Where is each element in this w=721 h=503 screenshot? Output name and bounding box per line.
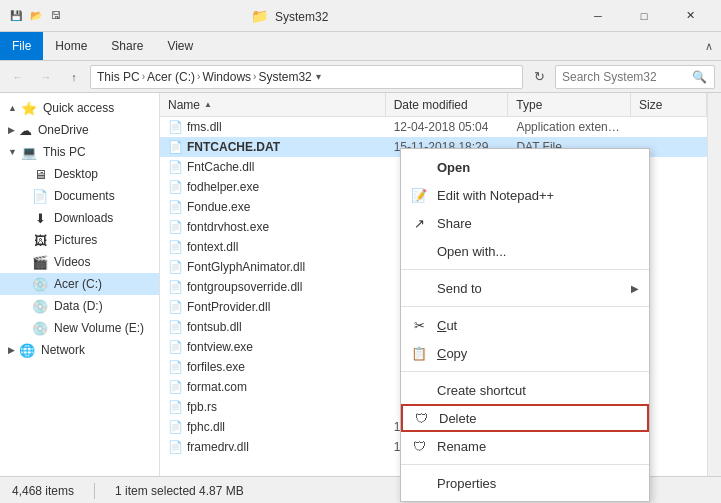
- sidebar-item-thispc[interactable]: ▼ 💻 This PC: [0, 141, 159, 163]
- sidebar-item-desktop[interactable]: 🖥 Desktop: [0, 163, 159, 185]
- col-header-size[interactable]: Size: [631, 93, 707, 116]
- ribbon-collapse-btn[interactable]: ∧: [705, 40, 713, 53]
- path-sep-3: ›: [253, 71, 256, 82]
- sidebar-item-videos[interactable]: 🎬 Videos: [0, 251, 159, 273]
- sidebar-item-network[interactable]: ▶ 🌐 Network: [0, 339, 159, 361]
- search-icon: 🔍: [692, 70, 707, 84]
- table-row[interactable]: 📄 forfiles.exe ...s...: [160, 357, 707, 377]
- table-row[interactable]: 📄 fontgroupsoverride.dll ...s...: [160, 277, 707, 297]
- path-drive: Acer (C:): [147, 70, 195, 84]
- thispc-chevron: ▼: [8, 147, 17, 157]
- file-icon: 📄: [168, 220, 183, 234]
- sidebar-item-documents[interactable]: 📄 Documents: [0, 185, 159, 207]
- main-layout: ▲ ⭐ Quick access ▶ ☁ OneDrive ▼ 💻 This P…: [0, 93, 721, 476]
- file-icon: 📄: [168, 240, 183, 254]
- table-row[interactable]: 📄 Fondue.exe ...s...: [160, 197, 707, 217]
- videos-label: Videos: [54, 255, 90, 269]
- title-bar: 💾 📂 🖫 📁 System32 ─ □ ✕: [0, 0, 721, 32]
- tab-share[interactable]: Share: [99, 32, 155, 60]
- file-list-header: Name ▲ Date modified Type Size: [160, 93, 707, 117]
- file-date: 12-04-2018 05:04: [386, 420, 509, 434]
- file-icon: 📄: [168, 140, 183, 154]
- sort-arrow-name: ▲: [204, 100, 212, 109]
- file-name: fpb.rs: [187, 400, 217, 414]
- file-icon: 📄: [168, 120, 183, 134]
- sidebar-item-quickaccess[interactable]: ▲ ⭐ Quick access: [0, 97, 159, 119]
- status-bar: 4,468 items 1 item selected 4.87 MB: [0, 476, 721, 503]
- forward-button[interactable]: →: [34, 65, 58, 89]
- table-row[interactable]: 📄 fpb.rs ...s...: [160, 397, 707, 417]
- documents-label: Documents: [54, 189, 115, 203]
- table-row[interactable]: 📄 fodhelper.exe ...s...: [160, 177, 707, 197]
- search-input[interactable]: [562, 70, 692, 84]
- sidebar-item-acer[interactable]: 💿 Acer (C:): [0, 273, 159, 295]
- table-row[interactable]: 📄 fontsub.dll ...s...: [160, 317, 707, 337]
- up-button[interactable]: ↑: [62, 65, 86, 89]
- refresh-button[interactable]: ↻: [527, 65, 551, 89]
- file-type: ...s...: [508, 380, 631, 394]
- path-sep-1: ›: [142, 71, 145, 82]
- quickaccess-icon: ⭐: [21, 101, 37, 116]
- file-name: fphc.dll: [187, 420, 225, 434]
- file-date: 12-04-2018: [386, 440, 509, 454]
- table-row[interactable]: 📄 FNTCACHE.DAT 15-11-2018 18:29 DAT File: [160, 137, 707, 157]
- col-header-name[interactable]: Name ▲: [160, 93, 386, 116]
- status-selected-info: 1 item selected 4.87 MB: [115, 484, 244, 498]
- search-box[interactable]: 🔍: [555, 65, 715, 89]
- file-type: ...s...: [508, 360, 631, 374]
- thispc-label: This PC: [43, 145, 86, 159]
- tab-home[interactable]: Home: [43, 32, 99, 60]
- file-date: 12-04-2018 05:04: [386, 120, 509, 134]
- file-type: ...s...: [508, 260, 631, 274]
- file-name: FontGlyphAnimator.dll: [187, 260, 305, 274]
- sidebar-item-downloads[interactable]: ⬇ Downloads: [0, 207, 159, 229]
- file-type: ...s...: [508, 160, 631, 174]
- file-name: format.com: [187, 380, 247, 394]
- table-row[interactable]: 📄 fontext.dll ...s...: [160, 237, 707, 257]
- acer-icon: 💿: [32, 277, 48, 292]
- col-header-type[interactable]: Type: [508, 93, 631, 116]
- back-button[interactable]: ←: [6, 65, 30, 89]
- file-icon: 📄: [168, 320, 183, 334]
- address-path[interactable]: This PC › Acer (C:) › Windows › System32…: [90, 65, 523, 89]
- tab-file[interactable]: File: [0, 32, 43, 60]
- title-bar-controls[interactable]: ─ □ ✕: [575, 0, 713, 32]
- table-row[interactable]: 📄 fphc.dll 12-04-2018 05:04 Application …: [160, 417, 707, 437]
- onedrive-label: OneDrive: [38, 123, 89, 137]
- file-icon: 📄: [168, 160, 183, 174]
- status-item-count: 4,468 items: [12, 484, 74, 498]
- scrollbar-vertical[interactable]: [707, 93, 721, 476]
- table-row[interactable]: 📄 FontProvider.dll ...s...: [160, 297, 707, 317]
- path-chevron: ▾: [316, 71, 321, 82]
- table-row[interactable]: 📄 framedrv.dll 12-04-2018 Application ex…: [160, 437, 707, 457]
- file-type: ...s...: [508, 300, 631, 314]
- file-icon: 📄: [168, 180, 183, 194]
- table-row[interactable]: 📄 fontview.exe ...s...: [160, 337, 707, 357]
- quickaccess-label: Quick access: [43, 101, 114, 115]
- col-header-date[interactable]: Date modified: [386, 93, 509, 116]
- file-icon: 📄: [168, 200, 183, 214]
- tab-view[interactable]: View: [155, 32, 205, 60]
- table-row[interactable]: 📄 fontdrvhost.exe ...s...: [160, 217, 707, 237]
- address-bar: ← → ↑ This PC › Acer (C:) › Windows › Sy…: [0, 61, 721, 93]
- table-row[interactable]: 📄 fms.dll 12-04-2018 05:04 Application e…: [160, 117, 707, 137]
- minimize-button[interactable]: ─: [575, 0, 621, 32]
- sidebar-item-onedrive[interactable]: ▶ ☁ OneDrive: [0, 119, 159, 141]
- sidebar-item-pictures[interactable]: 🖼 Pictures: [0, 229, 159, 251]
- sidebar-item-newvolume[interactable]: 💿 New Volume (E:): [0, 317, 159, 339]
- file-icon: 📄: [168, 280, 183, 294]
- sidebar-item-data[interactable]: 💿 Data (D:): [0, 295, 159, 317]
- table-row[interactable]: 📄 format.com ...s...: [160, 377, 707, 397]
- file-icon: 📄: [168, 380, 183, 394]
- file-name: fontsub.dll: [187, 320, 242, 334]
- close-button[interactable]: ✕: [667, 0, 713, 32]
- path-windows: Windows: [202, 70, 251, 84]
- file-name: FntCache.dll: [187, 160, 254, 174]
- file-name: FontProvider.dll: [187, 300, 270, 314]
- table-row[interactable]: 📄 FontGlyphAnimator.dll ...s...: [160, 257, 707, 277]
- table-row[interactable]: 📄 FntCache.dll ...s...: [160, 157, 707, 177]
- path-sep-2: ›: [197, 71, 200, 82]
- file-icon: 📄: [168, 400, 183, 414]
- maximize-button[interactable]: □: [621, 0, 667, 32]
- status-separator: [94, 483, 95, 499]
